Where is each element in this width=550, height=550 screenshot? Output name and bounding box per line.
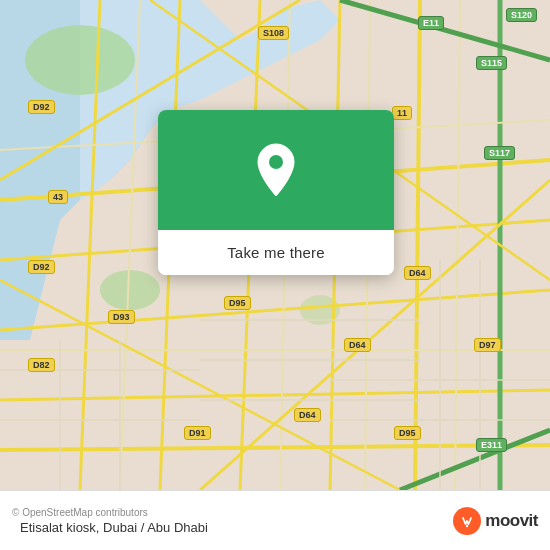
road-label-d93: D93 [108,310,135,324]
svg-point-1 [25,25,135,95]
road-label-s108: S108 [258,26,289,40]
moovit-text: moovit [485,511,538,531]
road-label-d92-top: D92 [28,100,55,114]
moovit-logo: moovit [453,507,538,535]
road-label-s117: S117 [484,146,515,160]
bottom-left: © OpenStreetMap contributors Etisalat ki… [12,507,208,535]
road-label-d82: D82 [28,358,55,372]
road-label-s115: S115 [476,56,507,70]
road-label-d64-mid: D64 [344,338,371,352]
location-name: Etisalat kiosk, Dubai / Abu Dhabi [20,520,208,535]
moovit-logo-icon [458,512,476,530]
attribution-text: © OpenStreetMap contributors [12,507,208,518]
location-info: Etisalat kiosk, Dubai / Abu Dhabi [12,520,208,535]
road-label-e11: E11 [418,16,444,30]
bottom-bar: © OpenStreetMap contributors Etisalat ki… [0,490,550,550]
svg-point-2 [100,270,160,310]
road-label-d95-btm: D95 [394,426,421,440]
popup-pointer [264,232,284,246]
location-pin-icon [252,142,300,198]
svg-point-38 [269,155,283,169]
road-label-d95-top: D95 [224,296,251,310]
location-popup: Take me there [158,110,394,275]
popup-header [158,110,394,230]
road-label-d97-right: D97 [474,338,501,352]
road-label-e311: E311 [476,438,507,452]
road-label-43: 43 [48,190,68,204]
road-label-11: 11 [392,106,412,120]
road-label-d64-btm: D64 [294,408,321,422]
svg-point-40 [466,524,468,526]
road-label-d92-mid: D92 [28,260,55,274]
road-label-d64-top: D64 [404,266,431,280]
road-label-s120: S120 [506,8,537,22]
map-view: S120 E11 S115 11 S108 D92 D92 43 S117 D9… [0,0,550,490]
road-label-d91: D91 [184,426,211,440]
moovit-icon [453,507,481,535]
